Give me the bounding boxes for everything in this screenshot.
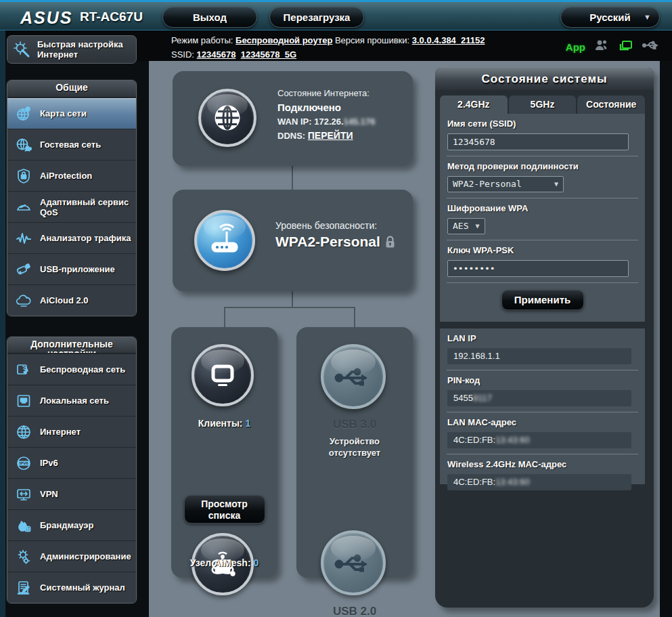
- clients-card[interactable]: Клиенты: 1 Просмотр списка Узел AiMesh: …: [171, 327, 277, 578]
- circle-shine: [204, 215, 246, 238]
- view-client-list-button[interactable]: Просмотр списка: [184, 495, 265, 524]
- connector-line: [224, 307, 225, 327]
- sidebar-group-general: Общие Карта сети Гостевая сеть AiProtect…: [7, 80, 137, 316]
- sidebar-item-ipv6[interactable]: IPV6 IPv6: [7, 447, 136, 478]
- sidebar-item-label: Локальная сеть: [40, 396, 109, 406]
- ssid-5g-link[interactable]: 12345678_5G: [241, 49, 296, 60]
- ipv6-badge-icon: IPV6: [14, 454, 34, 472]
- wan-ip-label: WAN IP:: [277, 116, 312, 127]
- lan-mac-group: LAN MAC-адрес 4C:ED:FB:13:43:60: [440, 412, 645, 454]
- globe-icon: [14, 423, 34, 441]
- connector-line: [224, 307, 355, 308]
- key-field-group: Ключ WPA-PSK ••••••••: [440, 240, 645, 282]
- apply-row: Применить: [440, 283, 645, 310]
- sidebar-item-administration[interactable]: Администри­рование: [7, 540, 136, 572]
- internet-status-label: Состояние Интернета:: [277, 86, 376, 100]
- lan-ip-value: 192.168.1.1: [447, 348, 631, 364]
- sidebar-item-wireless[interactable]: Беспроводная сеть: [7, 354, 136, 385]
- connector-line: [354, 307, 355, 327]
- auth-method-label: Метод проверки подлинности: [447, 161, 637, 171]
- ssid-label: SSID:: [171, 49, 194, 60]
- reboot-button[interactable]: Перезагрузка: [269, 7, 364, 28]
- sidebar-item-label: VPN: [40, 489, 58, 499]
- security-level-value: WPA2-Personal: [275, 234, 395, 250]
- sidebar-item-guest-network[interactable]: Гостевая сеть: [7, 129, 136, 160]
- clients-monitor-icon[interactable]: [192, 344, 254, 406]
- lock-icon: [385, 236, 395, 249]
- panel-title: Состояние системы: [435, 68, 654, 90]
- auth-method-select[interactable]: WPA2-Personal ▼: [447, 176, 564, 192]
- gears-icon: [14, 548, 34, 566]
- usb-card[interactable]: USB 3.0 Устройство отсутствует USB 2.0 У…: [296, 327, 413, 578]
- sidebar-item-network-map[interactable]: Карта сети: [7, 98, 136, 129]
- sidebar-item-usb-application[interactable]: USB-приложение: [7, 253, 136, 284]
- mode-link[interactable]: Беспроводной роутер: [236, 35, 332, 45]
- gauge-icon: [14, 198, 34, 216]
- clients-people-icon[interactable]: [593, 38, 610, 56]
- ddns-go-link[interactable]: ПЕРЕЙТИ: [308, 130, 353, 141]
- tab-status[interactable]: Состояние: [577, 95, 645, 114]
- chevron-down-icon: ▼: [475, 219, 479, 234]
- usb3-status: Устройство отсутствует: [296, 435, 413, 459]
- logout-button[interactable]: Выход: [162, 7, 257, 28]
- group-general-title: Общие: [7, 81, 136, 98]
- sidebar-item-aiprotection[interactable]: AiProtection: [7, 160, 136, 191]
- sidebar-item-vpn[interactable]: VPN: [7, 478, 136, 509]
- network-map-canvas: Состояние Интернета: Подключено WAN IP: …: [149, 61, 660, 617]
- quick-setup-button[interactable]: Быстрая настройка Интернет: [7, 35, 137, 64]
- sidebar-item-firewall[interactable]: Брандмауэр: [7, 509, 136, 540]
- wireless-icon: [14, 361, 34, 379]
- router-icon[interactable]: [194, 210, 255, 271]
- usb3-icon[interactable]: [321, 344, 386, 409]
- guest-network-icon: [14, 136, 34, 154]
- cloud-icon: [14, 292, 34, 310]
- clients-count: 1: [245, 418, 250, 429]
- sidebar-item-label: USB-приложение: [40, 264, 115, 274]
- log-document-icon: [14, 579, 34, 597]
- sidebar-group-advanced: Дополнительные настройки Беспроводная се…: [7, 337, 137, 603]
- connector-line: [292, 291, 293, 307]
- clients-label: Клиенты:: [198, 418, 243, 429]
- usb-status-icon[interactable]: [642, 40, 660, 54]
- wan-ip-value: 172.26.145.176: [314, 116, 375, 127]
- sidebar-item-label: Интернет: [40, 427, 81, 437]
- ssid-24-link[interactable]: 12345678: [197, 49, 236, 60]
- aimesh-count-line: Узел AiMesh: 0: [171, 557, 277, 568]
- sidebar-item-label: Брандмауэр: [40, 520, 93, 530]
- lan-port-icon: [14, 392, 34, 410]
- router-model: RT-AC67U: [80, 9, 143, 24]
- sidebar-item-wan[interactable]: Интернет: [7, 416, 136, 447]
- usb2-label: USB 2.0: [296, 605, 413, 617]
- tab-24ghz[interactable]: 2.4GHz: [440, 95, 508, 114]
- pin-label: PIN-код: [447, 375, 637, 385]
- wireless-mac-group: Wireless 2.4GHz MAC-адрес 4C:ED:FB:13:43…: [440, 454, 645, 496]
- status-icons: App: [566, 37, 660, 56]
- language-select[interactable]: Русский ▼: [560, 7, 660, 28]
- wpa-psk-input[interactable]: ••••••••: [447, 260, 629, 277]
- tab-5ghz[interactable]: 5GHz: [509, 95, 577, 114]
- usb2-icon[interactable]: [321, 530, 386, 595]
- wired-client-icon[interactable]: [618, 37, 634, 56]
- circle-shine: [207, 94, 247, 116]
- firmware-link[interactable]: 3.0.0.4.384_21152: [412, 35, 485, 45]
- apply-button[interactable]: Применить: [501, 290, 584, 310]
- internet-status-value: Подключено: [277, 100, 376, 114]
- sidebar-item-label: Системный журнал: [40, 582, 125, 593]
- aimesh-count: 0: [253, 557, 259, 568]
- sidebar-item-aicloud[interactable]: AiCloud 2.0: [7, 284, 136, 316]
- language-label: Русский: [589, 12, 631, 23]
- sidebar-item-system-log[interactable]: Системный журнал: [7, 572, 136, 603]
- sidebar-item-qos[interactable]: Адаптивный сервис QoS: [7, 191, 136, 222]
- aimesh-label: Узел AiMesh:: [190, 557, 251, 568]
- network-map-icon: [14, 105, 34, 123]
- sidebar-item-lan[interactable]: Локальная сеть: [7, 385, 136, 416]
- lan-ip-group: LAN IP 192.168.1.1: [440, 328, 645, 370]
- internet-status-card[interactable]: Состояние Интернета: Подключено WAN IP: …: [173, 71, 413, 166]
- internet-globe-icon[interactable]: [198, 89, 256, 147]
- wpa-encryption-select[interactable]: AES ▼: [447, 218, 485, 234]
- app-link[interactable]: App: [566, 41, 585, 53]
- sidebar-item-traffic-analyzer[interactable]: Анализатор трафика: [7, 222, 136, 253]
- firmware-label: Версия прошивки:: [335, 35, 409, 45]
- ssid-input[interactable]: 12345678: [447, 133, 629, 150]
- security-card[interactable]: Уровень безопасности: WPA2-Personal: [173, 190, 413, 291]
